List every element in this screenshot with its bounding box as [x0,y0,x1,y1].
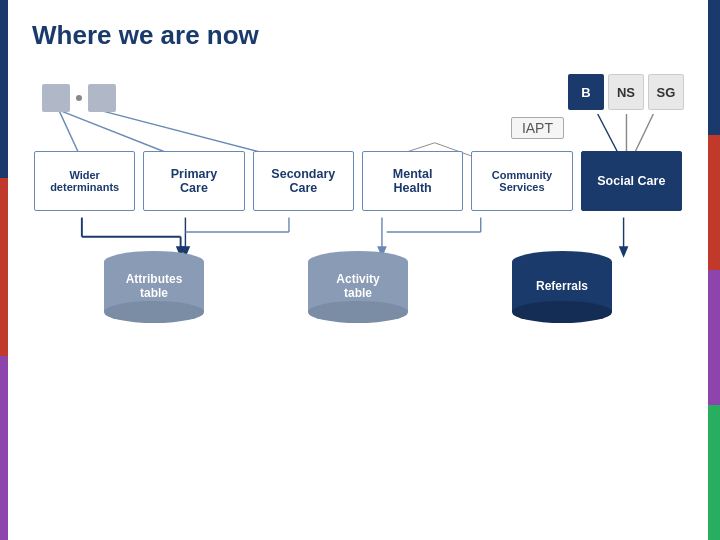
care-row: Widerdeterminants PrimaryCare SecondaryC… [32,151,684,211]
attributes-table-label: Attributestable [109,271,199,300]
sg-box: SG [648,74,684,110]
care-box-mental-health: MentalHealth [362,151,463,211]
activity-table-cylinder: Activitytable [308,251,408,334]
care-box-social-care: Social Care [581,151,682,211]
top-right-boxes: B NS SG [568,74,684,110]
care-box-primary-care: PrimaryCare [143,151,244,211]
care-box-wider-determinants: Widerdeterminants [34,151,135,211]
page-title: Where we are now [32,20,684,51]
care-box-secondary-care: SecondaryCare [253,151,354,211]
b-box: B [568,74,604,110]
attributes-table-cylinder: Attributestable [104,251,204,334]
square-2 [88,84,116,112]
referrals-cylinder: Referrals [512,251,612,334]
left-sidebar-bar [0,0,8,540]
right-sidebar-bar [708,0,720,540]
small-squares-group [42,84,116,112]
referrals-group: Referrals [507,251,617,334]
activity-table-group: Activitytable [303,251,413,334]
attributes-table-group: Attributestable [99,251,209,334]
iapt-label: IAPT [511,117,564,139]
tables-row: Attributestable Activitytable [32,251,684,334]
referrals-label: Referrals [517,279,607,293]
square-1 [42,84,70,112]
ns-box: NS [608,74,644,110]
dot-separator [76,95,82,101]
care-box-community-services: CommunityServices [471,151,572,211]
activity-table-label: Activitytable [313,271,403,300]
